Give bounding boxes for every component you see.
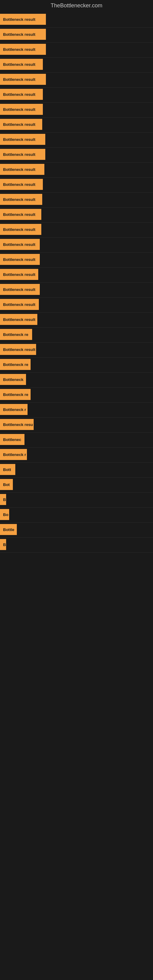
bottleneck-row: Bottleneck result (0, 238, 153, 251)
bottleneck-row: Bottleneck result (0, 178, 153, 191)
bottleneck-badge[interactable]: Bottleneck result (0, 149, 45, 160)
bottleneck-row: Bottleneck result (0, 253, 153, 266)
bottleneck-badge[interactable]: B (0, 494, 6, 505)
bottleneck-row: B (0, 538, 153, 551)
bottleneck-row: Bottleneck resu (0, 418, 153, 431)
bottleneck-row: Bottleneck result (0, 43, 153, 56)
bottleneck-row: Bottleneck result (0, 313, 153, 326)
bottleneck-badge[interactable]: Bottleneck resu (0, 419, 33, 430)
bottleneck-badge[interactable]: Bottleneck result (0, 104, 43, 115)
bottleneck-row: Bottle (0, 523, 153, 536)
bottleneck-badge[interactable]: Bottleneck result (0, 194, 42, 205)
bottleneck-row: Bottleneck result (0, 27, 153, 41)
bottleneck-row: Bottleneck r (0, 403, 153, 416)
row-separator (0, 552, 153, 553)
bottleneck-badge[interactable]: Bottleneck r (0, 404, 27, 415)
site-title-container: TheBottlenecker.com (0, 0, 153, 13)
bottleneck-badge[interactable]: Bottleneck result (0, 119, 42, 130)
bottleneck-row: B (0, 493, 153, 506)
bottleneck-row: Bottleneck re (0, 328, 153, 341)
bottleneck-row: Bottleneck result (0, 103, 153, 116)
bottleneck-badge[interactable]: Bottleneck result (0, 284, 40, 295)
site-title: TheBottlenecker.com (0, 0, 153, 13)
bottleneck-badge[interactable]: Bottleneck result (0, 239, 40, 250)
bottleneck-badge[interactable]: Bottleneck r (0, 449, 27, 460)
bottleneck-row: Bottleneck result (0, 298, 153, 311)
bottleneck-row: Bottleneck result (0, 88, 153, 101)
bottleneck-badge[interactable]: Bottleneck result (0, 89, 43, 100)
bottleneck-badge[interactable]: Bott (0, 464, 15, 475)
bottleneck-badge[interactable]: Bottleneck result (0, 269, 38, 280)
bottleneck-row: Bottleneck re (0, 358, 153, 371)
bottleneck-row: Bottleneck result (0, 343, 153, 356)
bottleneck-badge[interactable]: Bottleneck result (0, 254, 40, 265)
bottleneck-badge[interactable]: Bottle (0, 524, 17, 535)
bottleneck-row: Bottleneck result (0, 223, 153, 236)
bottleneck-badge[interactable]: Bottleneck result (0, 344, 36, 355)
rows-container: Bottleneck resultBottleneck resultBottle… (0, 13, 153, 553)
bottleneck-row: Bottleneck (0, 373, 153, 386)
bottleneck-badge[interactable]: Bottleneck re (0, 329, 32, 340)
bottleneck-badge[interactable]: Bottleneck result (0, 44, 46, 55)
bottleneck-row: Bottleneck result (0, 118, 153, 131)
bottleneck-row: Bottleneck r (0, 448, 153, 461)
bottleneck-row: Bottleneck result (0, 13, 153, 26)
bottleneck-badge[interactable]: Bottleneck result (0, 14, 46, 25)
bottleneck-row: Bottleneck result (0, 283, 153, 296)
bottleneck-badge[interactable]: Bo (0, 509, 9, 520)
bottleneck-row: Bottlenec (0, 433, 153, 446)
bottleneck-badge[interactable]: Bottleneck result (0, 29, 46, 40)
bottleneck-row: Bottleneck result (0, 208, 153, 221)
bottleneck-row: Bottleneck result (0, 148, 153, 161)
bottleneck-badge[interactable]: Bottleneck (0, 374, 26, 385)
bottleneck-badge[interactable]: Bottleneck result (0, 224, 41, 235)
bottleneck-badge[interactable]: Bot (0, 479, 13, 490)
bottleneck-row: Bottleneck result (0, 73, 153, 86)
bottleneck-badge[interactable]: Bottleneck re (0, 359, 30, 370)
bottleneck-row: Bot (0, 478, 153, 491)
bottleneck-row: Bottleneck result (0, 162, 153, 176)
bottleneck-badge[interactable]: Bottleneck result (0, 314, 37, 325)
bottleneck-badge[interactable]: Bottleneck result (0, 59, 43, 70)
bottleneck-row: Bottleneck result (0, 192, 153, 206)
bottleneck-badge[interactable]: Bottleneck result (0, 74, 46, 85)
bottleneck-badge[interactable]: Bottleneck result (0, 164, 45, 175)
bottleneck-row: Bottleneck result (0, 133, 153, 146)
bottleneck-badge[interactable]: Bottleneck result (0, 299, 39, 310)
bottleneck-row: Bott (0, 463, 153, 476)
bottleneck-badge[interactable]: Bottlenec (0, 434, 24, 445)
bottleneck-row: Bottleneck result (0, 57, 153, 71)
bottleneck-badge[interactable]: Bottleneck result (0, 134, 45, 145)
bottleneck-row: Bottleneck re (0, 388, 153, 401)
bottleneck-badge[interactable]: Bottleneck result (0, 209, 41, 220)
bottleneck-row: Bottleneck result (0, 268, 153, 281)
bottleneck-row: Bo (0, 508, 153, 521)
bottleneck-badge[interactable]: Bottleneck result (0, 179, 43, 190)
bottleneck-badge[interactable]: Bottleneck re (0, 389, 30, 400)
bottleneck-badge[interactable]: B (0, 539, 6, 550)
